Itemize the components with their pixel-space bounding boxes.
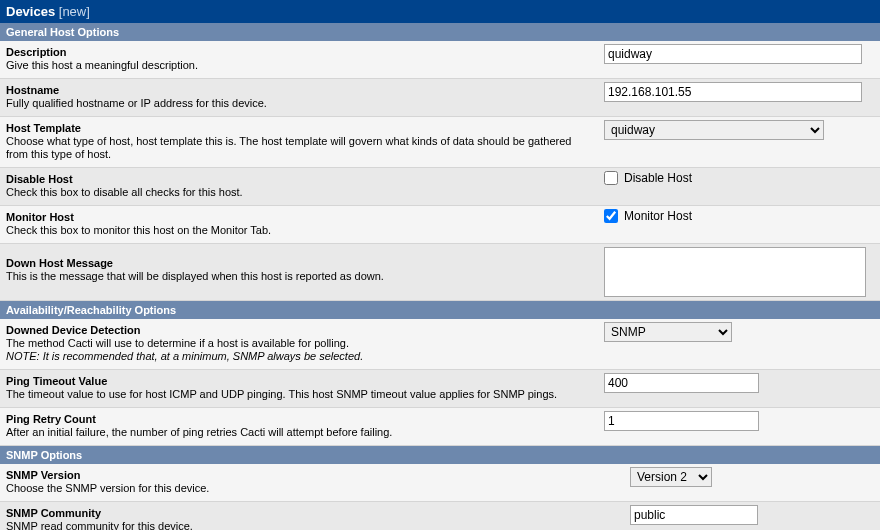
row-host-template: Host Template Choose what type of host, … xyxy=(0,117,880,168)
hostname-desc: Fully qualified hostname or IP address f… xyxy=(6,97,592,110)
snmp-version-select[interactable]: Version 2 xyxy=(630,467,712,487)
description-label: Description xyxy=(6,45,592,59)
snmp-community-input[interactable] xyxy=(630,505,758,525)
downed-detect-select[interactable]: SNMP xyxy=(604,322,732,342)
description-input[interactable] xyxy=(604,44,862,64)
section-snmp: SNMP Options xyxy=(0,446,880,464)
down-msg-desc: This is the message that will be display… xyxy=(6,270,592,283)
description-desc: Give this host a meaningful description. xyxy=(6,59,592,72)
hostname-input[interactable] xyxy=(604,82,862,102)
ping-retry-desc: After an initial failure, the number of … xyxy=(6,426,592,439)
ping-timeout-input[interactable] xyxy=(604,373,759,393)
row-monitor-host: Monitor Host Check this box to monitor t… xyxy=(0,206,880,244)
host-template-select[interactable]: quidway xyxy=(604,120,824,140)
ping-retry-input[interactable] xyxy=(604,411,759,431)
disable-host-cblabel: Disable Host xyxy=(624,171,692,185)
row-downed-detect: Downed Device Detection The method Cacti… xyxy=(0,319,880,370)
section-general: General Host Options xyxy=(0,23,880,41)
row-down-msg: Down Host Message This is the message th… xyxy=(0,244,880,301)
ping-timeout-label: Ping Timeout Value xyxy=(6,374,592,388)
row-hostname: Hostname Fully qualified hostname or IP … xyxy=(0,79,880,117)
disable-host-checkbox[interactable] xyxy=(604,171,618,185)
row-ping-timeout: Ping Timeout Value The timeout value to … xyxy=(0,370,880,408)
downed-detect-label: Downed Device Detection xyxy=(6,323,592,337)
section-availability: Availability/Reachability Options xyxy=(0,301,880,319)
page-title: Devices xyxy=(6,4,55,19)
monitor-host-desc: Check this box to monitor this host on t… xyxy=(6,224,592,237)
row-ping-retry: Ping Retry Count After an initial failur… xyxy=(0,408,880,446)
page-title-sub: [new] xyxy=(59,4,90,19)
monitor-host-cblabel: Monitor Host xyxy=(624,209,692,223)
host-template-desc: Choose what type of host, host template … xyxy=(6,135,592,161)
snmp-community-desc: SNMP read community for this device. xyxy=(6,520,618,530)
ping-timeout-desc: The timeout value to use for host ICMP a… xyxy=(6,388,592,401)
disable-host-label: Disable Host xyxy=(6,172,592,186)
hostname-label: Hostname xyxy=(6,83,592,97)
host-template-label: Host Template xyxy=(6,121,592,135)
disable-host-desc: Check this box to disable all checks for… xyxy=(6,186,592,199)
snmp-version-label: SNMP Version xyxy=(6,468,618,482)
downed-detect-desc: The method Cacti will use to determine i… xyxy=(6,337,592,350)
snmp-community-label: SNMP Community xyxy=(6,506,618,520)
row-disable-host: Disable Host Check this box to disable a… xyxy=(0,168,880,206)
down-msg-textarea[interactable] xyxy=(604,247,866,297)
monitor-host-label: Monitor Host xyxy=(6,210,592,224)
monitor-host-checkbox[interactable] xyxy=(604,209,618,223)
downed-detect-note: NOTE: It is recommended that, at a minim… xyxy=(6,350,363,362)
row-snmp-version: SNMP Version Choose the SNMP version for… xyxy=(0,464,880,502)
page-header: Devices [new] xyxy=(0,0,880,23)
snmp-version-desc: Choose the SNMP version for this device. xyxy=(6,482,618,495)
row-description: Description Give this host a meaningful … xyxy=(0,41,880,79)
row-snmp-community: SNMP Community SNMP read community for t… xyxy=(0,502,880,530)
down-msg-label: Down Host Message xyxy=(6,256,592,270)
ping-retry-label: Ping Retry Count xyxy=(6,412,592,426)
